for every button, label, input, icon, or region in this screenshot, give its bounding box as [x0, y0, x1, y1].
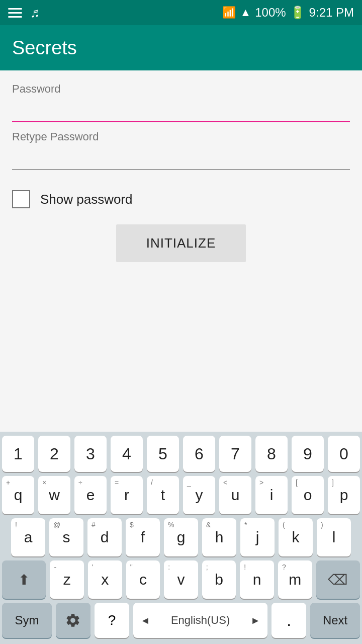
key-j[interactable]: *j: [240, 518, 275, 556]
status-bar: ♬ 📶 ▲ 100% 🔋 9:21 PM: [0, 0, 362, 25]
left-arrow-icon: ◄: [140, 615, 150, 626]
shift-icon: ⬆: [18, 572, 30, 588]
retype-label: Retype Password: [12, 130, 350, 143]
key-d[interactable]: #d: [87, 518, 122, 556]
app-title: Secrets: [12, 37, 77, 59]
backspace-icon: ⌫: [328, 572, 348, 588]
right-arrow-icon: ►: [250, 615, 260, 626]
wifi-icon: 📶: [222, 6, 236, 19]
key-f[interactable]: $f: [126, 518, 160, 556]
key-l[interactable]: )l: [317, 518, 351, 556]
key-0[interactable]: 0: [328, 436, 360, 472]
password-input[interactable]: [12, 98, 350, 122]
initialize-button[interactable]: INITIALIZE: [116, 224, 246, 262]
key-p[interactable]: ]p: [328, 476, 360, 514]
key-4[interactable]: 4: [111, 436, 143, 472]
space-key[interactable]: ◄ English(US) ►: [133, 603, 267, 638]
content-area: Password Retype Password Show password I…: [0, 70, 362, 432]
password-label: Password: [12, 83, 350, 96]
password-field-group: Password: [12, 83, 350, 122]
keyboard-row-bottom: Sym ? ◄ English(US) ► . Next: [2, 603, 360, 638]
keyboard-row-zxcvbnm: ⬆ -z 'x "c :v ;b !n ?m ⌫: [2, 560, 360, 599]
key-u[interactable]: <u: [219, 476, 251, 514]
backspace-key[interactable]: ⌫: [316, 560, 360, 599]
settings-key[interactable]: [56, 603, 90, 638]
retype-password-input[interactable]: [12, 145, 350, 170]
retype-field-group: Retype Password: [12, 130, 350, 170]
show-password-checkbox[interactable]: [12, 190, 30, 208]
show-password-row: Show password: [12, 190, 350, 208]
key-8[interactable]: 8: [255, 436, 288, 472]
keyboard: 1 2 3 4 5 6 7 8 9 0 +q ×w ÷e =r /t _y <u…: [0, 432, 362, 644]
key-g[interactable]: %g: [164, 518, 198, 556]
gear-icon: [65, 612, 81, 628]
key-b[interactable]: ;b: [202, 560, 236, 599]
key-7[interactable]: 7: [219, 436, 251, 472]
key-k[interactable]: (k: [279, 518, 313, 556]
key-i[interactable]: >i: [255, 476, 288, 514]
key-r[interactable]: =r: [111, 476, 143, 514]
shift-key[interactable]: ⬆: [2, 560, 46, 599]
key-e[interactable]: ÷e: [74, 476, 107, 514]
battery-percent: 100%: [255, 6, 286, 20]
next-key[interactable]: Next: [310, 603, 360, 638]
sym-key[interactable]: Sym: [2, 603, 52, 638]
signal-icon: ▲: [240, 6, 251, 19]
question-key[interactable]: ?: [95, 603, 129, 638]
key-5[interactable]: 5: [147, 436, 179, 472]
app-bar: Secrets: [0, 25, 362, 70]
key-y[interactable]: _y: [183, 476, 215, 514]
language-label: English(US): [171, 614, 230, 627]
key-o[interactable]: [o: [292, 476, 324, 514]
key-2[interactable]: 2: [38, 436, 70, 472]
status-bar-right: 📶 ▲ 100% 🔋 9:21 PM: [222, 6, 354, 20]
keyboard-row-qwerty: +q ×w ÷e =r /t _y <u >i [o ]p: [2, 476, 360, 514]
key-t[interactable]: /t: [147, 476, 179, 514]
key-w[interactable]: ×w: [38, 476, 70, 514]
key-q[interactable]: +q: [2, 476, 34, 514]
show-password-label: Show password: [40, 192, 133, 207]
key-9[interactable]: 9: [292, 436, 324, 472]
key-m[interactable]: ?m: [278, 560, 312, 599]
key-c[interactable]: "c: [126, 560, 160, 599]
keyboard-row-asdf: !a @s #d $f %g &h *j (k )l: [2, 518, 360, 556]
key-v[interactable]: :v: [164, 560, 198, 599]
key-3[interactable]: 3: [74, 436, 107, 472]
key-s[interactable]: @s: [49, 518, 83, 556]
keyboard-row-numbers: 1 2 3 4 5 6 7 8 9 0: [2, 436, 360, 472]
key-a[interactable]: !a: [11, 518, 45, 556]
key-6[interactable]: 6: [183, 436, 215, 472]
key-h[interactable]: &h: [202, 518, 236, 556]
key-n[interactable]: !n: [240, 560, 274, 599]
battery-icon: 🔋: [290, 6, 305, 20]
status-bar-left: ♬: [8, 5, 40, 21]
key-1[interactable]: 1: [2, 436, 34, 472]
period-key[interactable]: .: [272, 603, 306, 638]
time-display: 9:21 PM: [309, 6, 354, 20]
voicemail-icon: ♬: [30, 5, 40, 21]
hamburger-icon: [8, 8, 22, 18]
key-z[interactable]: -z: [50, 560, 84, 599]
key-x[interactable]: 'x: [88, 560, 122, 599]
